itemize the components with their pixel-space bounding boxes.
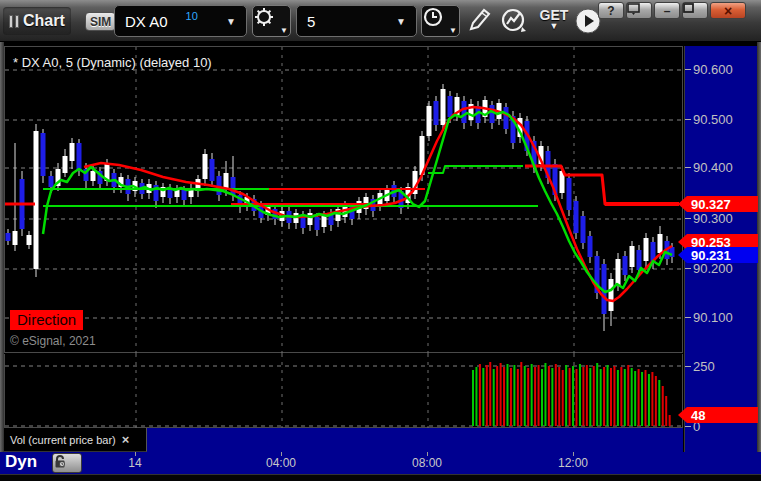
clock-icon: [422, 6, 444, 30]
price-axis[interactable]: 90.60090.50090.40090.30090.20090.1002500…: [684, 46, 757, 452]
axis-tick: [685, 69, 691, 70]
get-button[interactable]: GET ▼: [537, 7, 571, 35]
titlebar: Chart SIM DX A0 10 ▼ ▼ 5 ▼: [0, 0, 761, 42]
price-pane[interactable]: * DX A0, 5 (Dynamic) (delayed 10) Direct…: [4, 46, 683, 353]
close-icon: ×: [724, 3, 732, 19]
time-axis-label: 04:00: [266, 456, 296, 470]
maximize-button[interactable]: [682, 2, 708, 19]
studies-button[interactable]: [500, 7, 534, 35]
minimize-button[interactable]: –: [654, 2, 680, 19]
popout-icon: [627, 3, 640, 15]
volume-bars: [472, 362, 671, 426]
symbol-value: DX A0: [125, 13, 168, 30]
gear-icon: [253, 6, 275, 30]
indicator-tab-row: Vol (current price bar) ×: [4, 428, 683, 452]
axis-price-label: 250: [685, 358, 715, 374]
time-axis-label: 08:00: [412, 456, 442, 470]
app-title-area: Chart: [3, 7, 71, 35]
price-tag: 90.231: [678, 247, 758, 263]
sim-badge: SIM: [85, 12, 116, 31]
symbol-superscript: 10: [186, 10, 198, 22]
tab-close-icon[interactable]: ×: [122, 432, 130, 447]
axis-price-label: 90.100: [685, 309, 733, 325]
popout-button[interactable]: [626, 2, 652, 19]
lock-icon: [53, 454, 67, 469]
time-template-button[interactable]: ▼: [421, 5, 460, 37]
dyn-label: Dyn: [5, 452, 37, 472]
direction-label: Direction: [10, 310, 83, 330]
price-tag: 48: [678, 407, 758, 423]
axis-tick: [685, 366, 691, 367]
time-axis-label: 12:00: [558, 456, 588, 470]
price-tag: 90.327: [678, 196, 758, 212]
axis-tick: [685, 119, 691, 120]
get-label: GET: [540, 10, 569, 21]
app-title: Chart: [23, 12, 65, 30]
interval-value: 5: [307, 13, 315, 30]
volume-tab[interactable]: Vol (current price bar) ×: [4, 428, 147, 452]
chart-content: * DX A0, 5 (Dynamic) (delayed 10) Direct…: [0, 42, 761, 481]
pencil-icon: [466, 7, 492, 33]
chevron-down-icon: ▼: [550, 21, 559, 32]
draw-button[interactable]: [466, 7, 498, 35]
axis-tick: [685, 426, 691, 427]
time-axis[interactable]: Dyn 1404:0008:0012:00: [0, 452, 761, 474]
chevron-down-icon: ▼: [280, 26, 288, 35]
chart-window: Chart SIM DX A0 10 ▼ ▼ 5 ▼: [0, 0, 761, 481]
study-icon: [500, 7, 528, 35]
axis-tick: [685, 317, 691, 318]
axis-price-label: 90.400: [685, 159, 733, 175]
close-button[interactable]: ×: [710, 2, 746, 19]
axis-price-label: 90.500: [685, 111, 733, 127]
settings-button[interactable]: ▼: [252, 5, 291, 37]
maximize-icon: [683, 3, 694, 13]
axis-price-label: 90.300: [685, 210, 733, 226]
minimize-icon: –: [664, 4, 671, 18]
columns-icon: [9, 15, 19, 28]
price-chart: [5, 47, 684, 354]
volume-grid: [5, 354, 684, 428]
axis-tick: [685, 167, 691, 168]
axis-price-label: 90.600: [685, 61, 733, 77]
chevron-down-icon: ▼: [226, 16, 236, 27]
axis-tick: [685, 268, 691, 269]
help-label: ?: [607, 4, 614, 18]
axis-tick: [685, 218, 691, 219]
symbol-dropdown[interactable]: DX A0 10 ▼: [114, 5, 247, 37]
bottom-strip: [0, 474, 761, 481]
volume-tab-label: Vol (current price bar): [10, 434, 116, 446]
grid-lines: [5, 47, 684, 354]
chevron-down-icon: ▼: [449, 26, 457, 35]
time-axis-label: 14: [128, 456, 141, 470]
copyright-text: © eSignal, 2021: [10, 334, 96, 348]
interval-dropdown[interactable]: 5 ▼: [296, 5, 417, 37]
pane-title: * DX A0, 5 (Dynamic) (delayed 10): [13, 55, 212, 70]
volume-pane[interactable]: [4, 354, 683, 428]
lock-button[interactable]: [52, 453, 82, 473]
chevron-down-icon: ▼: [396, 16, 406, 27]
volume-chart: [5, 354, 684, 428]
help-button[interactable]: ?: [598, 2, 624, 19]
